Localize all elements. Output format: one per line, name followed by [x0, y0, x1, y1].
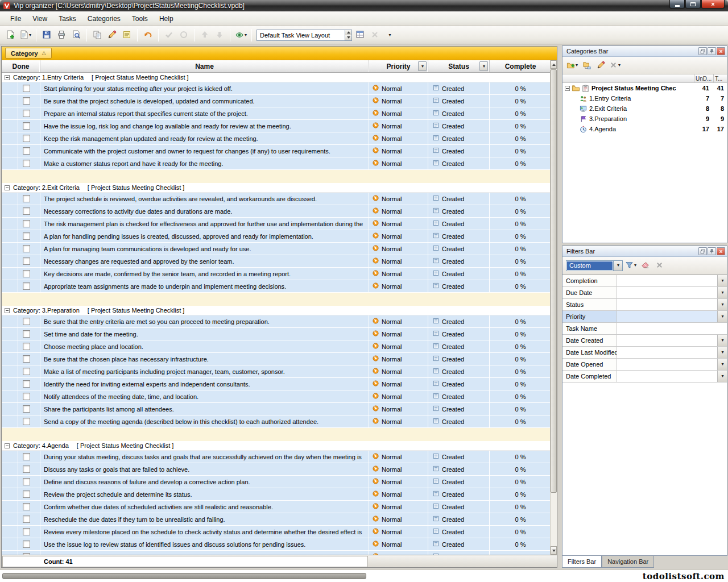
filter-dropdown-button[interactable]: ▾ [717, 287, 727, 298]
filter-label-completion[interactable]: Completion [562, 275, 617, 286]
close-button[interactable] [701, 0, 725, 9]
task-row[interactable]: Appropriate team assignments are made to… [2, 280, 551, 293]
scroll-down-button[interactable] [551, 546, 557, 555]
filter-value[interactable] [617, 371, 717, 382]
category-header-row[interactable]: Category: 4.Agenda[ Project Status Meeti… [2, 441, 551, 451]
task-checkbox[interactable] [23, 245, 30, 252]
task-checkbox[interactable] [23, 355, 30, 363]
new-category-button[interactable]: ▾ [566, 59, 578, 72]
scrollbar-thumb[interactable] [551, 69, 557, 493]
task-checkbox[interactable] [23, 135, 30, 142]
move-up-button[interactable] [198, 28, 212, 42]
task-checkbox[interactable] [23, 257, 30, 265]
task-row[interactable]: Make a list of meeting participants incl… [2, 365, 551, 378]
filter-label-date-completed[interactable]: Date Completed [562, 371, 617, 382]
task-checkbox[interactable] [23, 393, 30, 400]
task-view-button[interactable]: ▾ [234, 28, 248, 42]
task-row[interactable]: Review the project schedule and determin… [2, 488, 551, 501]
move-down-button[interactable] [213, 28, 226, 42]
category-tree-item[interactable]: 2.Exit Criteria88 [562, 103, 727, 114]
filter-value[interactable] [617, 287, 717, 298]
filter-dropdown-button[interactable]: ▾ [717, 275, 727, 286]
task-row[interactable]: Confirm whether due dates of scheduled a… [2, 501, 551, 513]
task-row[interactable]: A plan for managing team communications … [2, 243, 551, 255]
view-layout-combobox[interactable]: Default Task View Layout [257, 30, 352, 41]
task-row[interactable]: Define and discuss reasons of failure an… [2, 476, 551, 488]
edit-category-button[interactable] [594, 59, 607, 72]
filter-label-status[interactable]: Status [562, 299, 617, 310]
task-checkbox[interactable] [23, 516, 30, 523]
task-row[interactable]: Identify the need for inviting external … [2, 378, 551, 390]
task-row[interactable]: Start planning for your status meeting a… [2, 82, 551, 95]
task-row[interactable]: Be sure that the entry criteria are met … [2, 315, 551, 328]
undo-button[interactable] [141, 28, 155, 42]
menu-view[interactable]: View [27, 13, 53, 25]
task-checkbox[interactable] [23, 380, 30, 388]
task-checkbox[interactable] [23, 270, 30, 277]
filters-close-button[interactable] [717, 247, 725, 255]
task-row[interactable]: Make a customer status report and have i… [2, 157, 551, 170]
task-checkbox[interactable] [23, 453, 30, 460]
task-row[interactable]: Share the participants list among all at… [2, 403, 551, 415]
filter-value[interactable] [617, 323, 727, 334]
priority-filter-button[interactable]: ▾ [418, 61, 427, 71]
task-row[interactable]: Key decisions are made, confirmed by the… [2, 268, 551, 280]
task-checkbox[interactable] [23, 343, 30, 350]
notes-button[interactable] [120, 28, 134, 42]
task-checkbox[interactable] [23, 405, 30, 413]
category-header-row[interactable]: Category: 2.Exit Criteria[ Project Statu… [2, 183, 551, 193]
collapse-icon[interactable] [565, 86, 570, 91]
collapse-icon[interactable] [5, 443, 10, 448]
task-checkbox[interactable] [23, 97, 30, 105]
filter-dropdown-button[interactable]: ▾ [717, 359, 727, 370]
manage-layouts-button[interactable] [353, 28, 367, 42]
print-button[interactable] [55, 28, 68, 42]
filter-dropdown-button[interactable]: ▾ [717, 347, 727, 358]
category-tree-item[interactable]: 1.Entry Criteria77 [562, 93, 727, 103]
task-row[interactable]: Communicate with the project customer an… [2, 145, 551, 157]
mark-incomplete-button[interactable] [177, 28, 191, 42]
column-header-priority[interactable]: Priority ▾ [369, 60, 428, 72]
status-filter-button[interactable]: ▾ [479, 61, 488, 71]
task-row[interactable]: Keep the risk management plan updated an… [2, 132, 551, 145]
task-checkbox[interactable] [23, 490, 30, 498]
mark-complete-button[interactable] [162, 28, 176, 42]
total-column-header[interactable]: T... [713, 74, 727, 82]
filter-value[interactable] [617, 275, 717, 286]
task-checkbox[interactable] [23, 232, 30, 240]
filter-dropdown-button[interactable]: ▾ [717, 299, 727, 310]
filters-pin-button[interactable] [708, 247, 716, 255]
filter-value[interactable] [617, 311, 717, 322]
task-row[interactable]: During your status meeting, discuss task… [2, 451, 551, 463]
task-row[interactable]: Choose meeting place and location.Normal… [2, 340, 551, 353]
menu-tools[interactable]: Tools [126, 13, 154, 25]
task-row[interactable]: A plan for handling pending issues is cr… [2, 230, 551, 243]
task-row[interactable]: Send a copy of the meeting agenda (descr… [2, 415, 551, 428]
task-checkbox[interactable] [23, 503, 30, 510]
task-row[interactable]: Necessary corrections to activity due da… [2, 205, 551, 218]
task-checkbox[interactable] [23, 418, 30, 425]
copy-button[interactable] [90, 28, 104, 42]
task-row[interactable]: Notify attendees of the meeting date, ti… [2, 390, 551, 403]
task-row[interactable]: Be sure that the chosen place has necess… [2, 353, 551, 365]
clear-filter-button[interactable] [639, 259, 651, 272]
undone-column-header[interactable]: UnD... [694, 74, 713, 82]
filter-dropdown-button[interactable]: ▾ [717, 371, 727, 382]
task-checkbox[interactable] [23, 478, 30, 485]
maximize-button[interactable] [685, 0, 701, 9]
task-row[interactable]: Be sure that the project schedule is dev… [2, 95, 551, 107]
scroll-up-button[interactable] [551, 60, 557, 69]
task-row[interactable]: Set time and date for the meeting.Normal… [2, 328, 551, 340]
task-row[interactable]: Necessary changes are requested and appr… [2, 255, 551, 268]
menu-file[interactable]: File [5, 13, 27, 25]
menu-tasks[interactable]: Tasks [53, 13, 82, 25]
group-by-category-chip[interactable]: Category △ [5, 48, 52, 59]
task-checkbox[interactable] [23, 147, 30, 155]
categories-close-button[interactable] [717, 47, 725, 55]
minimize-button[interactable] [669, 0, 685, 9]
print-preview-button[interactable] [69, 28, 83, 42]
filter-value[interactable] [617, 347, 717, 358]
collapse-icon[interactable] [5, 75, 10, 80]
tab-filters-bar[interactable]: Filters Bar [562, 556, 602, 568]
categories-restore-button[interactable] [698, 47, 707, 55]
